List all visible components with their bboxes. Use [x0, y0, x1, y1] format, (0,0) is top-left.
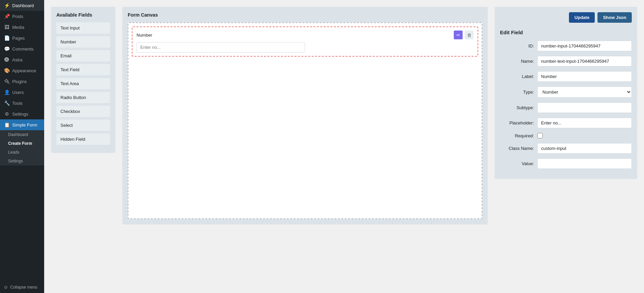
sidebar-icon-appearance: 🎨	[4, 68, 10, 73]
sidebar-icon-pages: 📄	[4, 35, 10, 41]
field-row-subtype: Subtype:	[500, 102, 632, 113]
field-btn-field-hidden-field[interactable]: Hidden Field	[56, 134, 110, 145]
field-btn-field-select[interactable]: Select	[56, 120, 110, 131]
field-btn-field-text-area[interactable]: Text Area	[56, 78, 110, 89]
field-classname-label: Class Name:	[500, 146, 534, 151]
sidebar-item-tools[interactable]: 🔧Tools	[0, 98, 44, 109]
sidebar-item-astra[interactable]: 🅐Astra	[0, 54, 44, 65]
sidebar-item-media[interactable]: 🖼Media	[0, 22, 44, 33]
sidebar-label-simple-form: Simple Form	[12, 122, 37, 128]
edit-field-button[interactable]: ✏	[454, 31, 463, 39]
field-name-label: Name:	[500, 59, 534, 64]
sidebar-icon-posts: 📌	[4, 14, 10, 19]
field-row-name: Name:	[500, 56, 632, 66]
edit-panel-header: Update Show Json	[500, 12, 632, 23]
delete-field-button[interactable]: 🗑	[465, 31, 473, 39]
update-button[interactable]: Update	[569, 12, 595, 23]
field-required-label: Required:	[500, 133, 534, 138]
field-btn-field-text-field[interactable]: Text Field	[56, 64, 110, 75]
collapse-icon: ⊙	[4, 285, 7, 290]
field-placeholder-input[interactable]	[537, 118, 632, 128]
field-id-input[interactable]	[537, 41, 632, 51]
field-row-label: Label:	[500, 71, 632, 82]
field-id-label: ID:	[500, 43, 534, 48]
available-fields-panel: Available Fields Text InputNumberEmailTe…	[51, 7, 115, 153]
sidebar-label-comments: Comments	[12, 46, 34, 52]
sidebar-label-sf-settings: Settings	[8, 159, 23, 163]
field-btn-field-number[interactable]: Number	[56, 36, 110, 47]
sidebar-item-sf-settings[interactable]: Settings	[0, 157, 44, 165]
collapse-menu-button[interactable]: ⊙ Collapse menu	[0, 281, 44, 293]
sidebar-item-posts[interactable]: 📌Posts	[0, 11, 44, 22]
field-row-type: Type: NumberTextEmailPassword	[500, 86, 632, 98]
sidebar-label-tools: Tools	[12, 101, 22, 106]
field-btn-field-text-input[interactable]: Text Input	[56, 22, 110, 34]
available-fields-title: Available Fields	[56, 12, 110, 18]
edit-field-title: Edit Field	[500, 30, 632, 35]
sidebar-icon-comments: 💬	[4, 46, 10, 52]
field-label-input[interactable]	[537, 71, 632, 82]
sidebar-item-appearance[interactable]: 🎨Appearance	[0, 65, 44, 76]
main-content: Available Fields Text InputNumberEmailTe…	[44, 0, 644, 293]
field-required-checkbox[interactable]	[537, 133, 543, 138]
field-name-input[interactable]	[537, 56, 632, 66]
field-value-label: Value:	[500, 161, 534, 166]
sidebar-label-dashboard: Dashboard	[12, 3, 34, 8]
sidebar-icon-simple-form: 📋	[4, 122, 10, 128]
field-subtype-label: Subtype:	[500, 105, 534, 110]
sidebar-item-users[interactable]: 👤Users	[0, 87, 44, 98]
field-type-label: Type:	[500, 90, 534, 95]
sidebar-label-sf-leads: Leads	[8, 150, 19, 155]
field-btn-field-radio-button[interactable]: Radio Button	[56, 92, 110, 103]
sidebar-label-sf-create-form: Create Form	[8, 141, 32, 146]
sidebar-item-settings[interactable]: ⚙Settings	[0, 109, 44, 119]
sidebar-item-pages[interactable]: 📄Pages	[0, 33, 44, 43]
form-canvas-panel: Form Canvas Number ✏ 🗑	[122, 7, 488, 224]
field-row-required: Required:	[500, 133, 632, 138]
sidebar-item-sf-create-form[interactable]: Create Form	[0, 139, 44, 148]
sidebar-icon-users: 👤	[4, 90, 10, 95]
field-label-label: Label:	[500, 74, 534, 79]
sidebar-item-comments[interactable]: 💬Comments	[0, 43, 44, 54]
field-value-input[interactable]	[537, 158, 632, 169]
field-type-select[interactable]: NumberTextEmailPassword	[537, 86, 632, 98]
field-subtype-input[interactable]	[537, 102, 632, 113]
sidebar-label-appearance: Appearance	[12, 68, 36, 73]
field-row-placeholder: Placeholder:	[500, 118, 632, 128]
form-field-input-preview[interactable]	[137, 42, 305, 53]
form-field-actions: ✏ 🗑	[454, 31, 473, 39]
sidebar-item-dashboard[interactable]: ⚡Dashboard	[0, 0, 44, 11]
sidebar-label-settings: Settings	[12, 112, 28, 117]
field-classname-input[interactable]	[537, 143, 632, 154]
sidebar: ⚡Dashboard📌Posts🖼Media📄Pages💬Comments🅐As…	[0, 0, 44, 293]
field-row-classname: Class Name:	[500, 143, 632, 154]
sidebar-label-astra: Astra	[12, 57, 22, 62]
sidebar-icon-dashboard: ⚡	[4, 3, 10, 8]
sidebar-submenu: DashboardCreate FormLeadsSettings	[0, 130, 44, 165]
form-field-label: Number	[137, 33, 152, 38]
form-field-block-header: Number ✏ 🗑	[137, 31, 473, 39]
field-btn-field-checkbox[interactable]: Checkbox	[56, 106, 110, 117]
sidebar-main-menu: ⚡Dashboard📌Posts🖼Media📄Pages💬Comments🅐As…	[0, 0, 44, 165]
sidebar-item-simple-form[interactable]: 📋Simple Form	[0, 119, 44, 130]
form-field-block-number: Number ✏ 🗑	[132, 26, 478, 57]
sidebar-item-sf-dashboard[interactable]: Dashboard	[0, 130, 44, 139]
sidebar-icon-plugins: 🔌	[4, 79, 10, 84]
sidebar-item-plugins[interactable]: 🔌Plugins	[0, 76, 44, 87]
sidebar-icon-tools: 🔧	[4, 100, 10, 106]
sidebar-label-posts: Posts	[12, 14, 23, 19]
form-canvas-title: Form Canvas	[128, 12, 482, 18]
sidebar-icon-astra: 🅐	[4, 57, 10, 62]
sidebar-icon-settings: ⚙	[4, 111, 10, 117]
field-btn-field-email[interactable]: Email	[56, 50, 110, 61]
sidebar-label-pages: Pages	[12, 36, 25, 41]
sidebar-item-sf-leads[interactable]: Leads	[0, 148, 44, 157]
collapse-label: Collapse menu	[10, 285, 37, 290]
edit-field-panel: Update Show Json Edit Field ID: Name: La…	[495, 7, 637, 179]
sidebar-label-plugins: Plugins	[12, 79, 27, 84]
show-json-button[interactable]: Show Json	[597, 12, 632, 23]
canvas-area[interactable]: Number ✏ 🗑	[128, 22, 482, 219]
field-placeholder-label: Placeholder:	[500, 120, 534, 125]
sidebar-label-sf-dashboard: Dashboard	[8, 132, 28, 137]
sidebar-label-users: Users	[12, 90, 24, 95]
